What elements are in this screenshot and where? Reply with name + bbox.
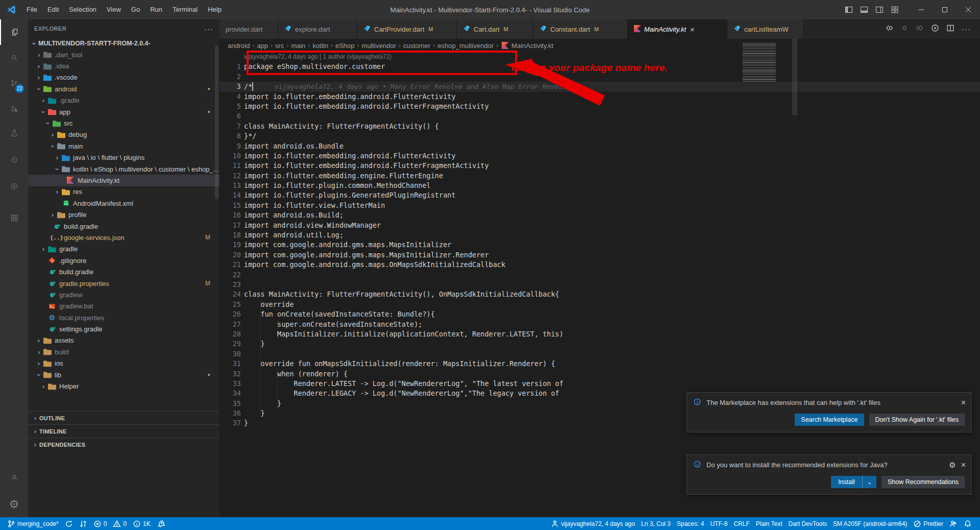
toggle-secondary-sidebar-icon[interactable] (872, 2, 887, 17)
editor-scrollbar[interactable] (792, 39, 797, 115)
tree-item-ios[interactable]: ›ios (28, 358, 219, 369)
activity-run-debug-icon[interactable] (0, 96, 28, 122)
tree-item-androidmanifest.xml[interactable]: AndroidManifest.xml (28, 198, 219, 209)
breadcrumb-item[interactable]: app (257, 42, 268, 50)
tree-item-gradle[interactable]: ›gradle (28, 244, 219, 255)
nav-dot-icon[interactable] (900, 24, 909, 34)
breadcrumb-item[interactable]: eshop_multivendor (437, 42, 494, 50)
status-prettier[interactable]: Prettier (910, 517, 946, 530)
split-editor-icon[interactable] (946, 24, 954, 34)
minimize-button[interactable] (910, 0, 933, 19)
tree-item-main[interactable]: ›main (28, 140, 219, 152)
breadcrumb-item[interactable]: eShop (335, 42, 355, 50)
tab-cart-dart[interactable]: Cart.dartM (457, 19, 533, 39)
minimap[interactable] (743, 43, 789, 83)
tree-item-debug[interactable]: ›debug (28, 129, 219, 140)
tab-constant-dart[interactable]: Constant.dartM (533, 19, 628, 39)
status-0[interactable]: 0 (90, 517, 110, 530)
activity-testing-icon[interactable] (0, 121, 28, 146)
tab-provider-dart[interactable]: provider.dart (219, 19, 278, 39)
tree-item-profile[interactable]: ›profile (28, 209, 219, 220)
tab-mainactivity-kt[interactable]: MainActivity.kt× (628, 19, 727, 39)
tree-item-src[interactable]: ›src (28, 117, 219, 129)
gear-icon[interactable]: ⚙ (949, 461, 955, 470)
tree-item-res[interactable]: ›res (28, 186, 219, 198)
status-sm-a205f-android-arm64-[interactable]: SM A205F (android-arm64) (830, 517, 910, 530)
breadcrumb-item[interactable]: main (291, 42, 305, 50)
go-back-icon[interactable] (885, 24, 893, 34)
tree-item-.gradle[interactable]: ›.gradle (28, 95, 219, 106)
tree-item-gradle.properties[interactable]: gradle.propertiesM (28, 278, 219, 289)
status-1k[interactable]: 1K (130, 517, 154, 530)
status-vijayvaghela72-4-days-ag[interactable]: vijayvaghela72, 4 days ago (548, 517, 638, 530)
activity-settings-icon[interactable]: ⚙ (0, 492, 28, 517)
show-recommendations-button[interactable]: Show Recommendations (881, 476, 965, 488)
tree-item-java-io-flutter-plugins[interactable]: ›java \ io \ flutter \ plugins (28, 152, 219, 163)
status-sync[interactable] (62, 517, 76, 530)
tree-item-build.gradle[interactable]: build.gradle (28, 266, 219, 277)
activity-search-icon[interactable] (0, 45, 28, 70)
don-t-show-again-for-kt-files-button[interactable]: Don't Show Again for '.kt' files (869, 414, 965, 426)
install-split-button[interactable]: Install⌄ (831, 476, 876, 488)
pane-outline[interactable]: ›OUTLINE (28, 411, 219, 424)
tree-item-helper[interactable]: ›Helper (28, 380, 219, 392)
status-bell[interactable] (961, 517, 975, 530)
menu-run[interactable]: Run (145, 3, 167, 16)
run-circle-icon[interactable] (931, 24, 939, 34)
breadcrumb-item[interactable]: android (228, 42, 250, 50)
status-merging-code-[interactable]: merging_code* (4, 517, 62, 530)
status-rocket[interactable] (154, 517, 168, 530)
sidebar-scrollbar[interactable] (215, 46, 218, 199)
explorer-more-actions-icon[interactable]: ··· (204, 25, 213, 33)
status-plain-text[interactable]: Plain Text (753, 517, 786, 530)
menu-go[interactable]: Go (126, 3, 145, 16)
tree-item-lib[interactable]: ›lib● (28, 369, 219, 380)
maximize-button[interactable] (933, 0, 957, 19)
activity-circle-tool-icon[interactable] (0, 147, 28, 173)
tree-item-local.properties[interactable]: ⚙local.properties (28, 312, 219, 323)
menu-selection[interactable]: Selection (64, 3, 101, 16)
menu-file[interactable]: File (21, 3, 42, 16)
tree-item-.vscode[interactable]: ›.vscode (28, 72, 219, 83)
status-crlf[interactable]: CRLF (730, 517, 752, 530)
menu-help[interactable]: Help (203, 3, 227, 16)
menu-view[interactable]: View (102, 3, 126, 16)
menu-edit[interactable]: Edit (42, 3, 64, 16)
tree-item-mainactivity.kt[interactable]: MainActivity.kt (28, 175, 219, 186)
tree-item-kotlin-eshop-multivendor-customer-eshop-...[interactable]: ›kotlin \ eShop \ multivendor \ customer… (28, 163, 219, 175)
tree-item-.dart-tool[interactable]: ›.dart_tool (28, 49, 219, 60)
activity-thunder-client-icon[interactable] (0, 174, 28, 199)
close-icon[interactable]: × (961, 461, 966, 470)
breadcrumb-item[interactable]: src (275, 42, 284, 50)
status-feedback[interactable] (946, 517, 961, 530)
search-marketplace-button[interactable]: Search Marketplace (795, 414, 864, 426)
tab-close-icon[interactable]: × (690, 25, 695, 34)
tree-item-gradlew[interactable]: gradlew (28, 289, 219, 300)
go-forward-icon[interactable] (916, 24, 924, 34)
tree-item-.idea[interactable]: ›.idea (28, 60, 219, 71)
pane-dependencies[interactable]: ›DEPENDENCIES (28, 438, 219, 451)
code-area[interactable]: vijayvaghela72, 4 days ago | 1 author (v… (219, 52, 980, 517)
close-window-button[interactable] (957, 0, 980, 19)
install-dropdown-icon[interactable]: ⌄ (862, 476, 876, 488)
activity-explorer-icon[interactable] (0, 19, 28, 45)
toggle-panel-icon[interactable] (856, 2, 872, 17)
close-icon[interactable]: × (961, 398, 966, 407)
tree-item-.gitignore[interactable]: .gitignore (28, 255, 219, 266)
toggle-sidebar-icon[interactable] (841, 2, 856, 17)
breadcrumb-item[interactable]: multivendor (362, 42, 396, 50)
status-dart-devtools[interactable]: Dart DevTools (786, 517, 830, 530)
tree-item-gradlew.bat[interactable]: gradlew.bat (28, 301, 219, 312)
tree-root[interactable]: › MULTIVENDOR-STARTT-FROM-2.0.4- (28, 38, 219, 49)
tree-item-settings.gradle[interactable]: settings.gradle (28, 323, 219, 334)
tree-item-android[interactable]: ›android● (28, 83, 219, 94)
status-0[interactable]: 0 (110, 517, 130, 530)
status-compare[interactable] (76, 517, 90, 530)
more-actions-icon[interactable]: ··· (962, 25, 971, 34)
tab-cartlistiteamw[interactable]: cartListIteamW (727, 19, 804, 39)
activity-account-icon[interactable] (0, 465, 28, 490)
install-button[interactable]: Install (831, 476, 862, 488)
status-utf-8[interactable]: UTF-8 (707, 517, 730, 530)
activity-source-control-icon[interactable]: 22 (0, 70, 28, 96)
pane-timeline[interactable]: ›TIMELINE (28, 424, 219, 438)
